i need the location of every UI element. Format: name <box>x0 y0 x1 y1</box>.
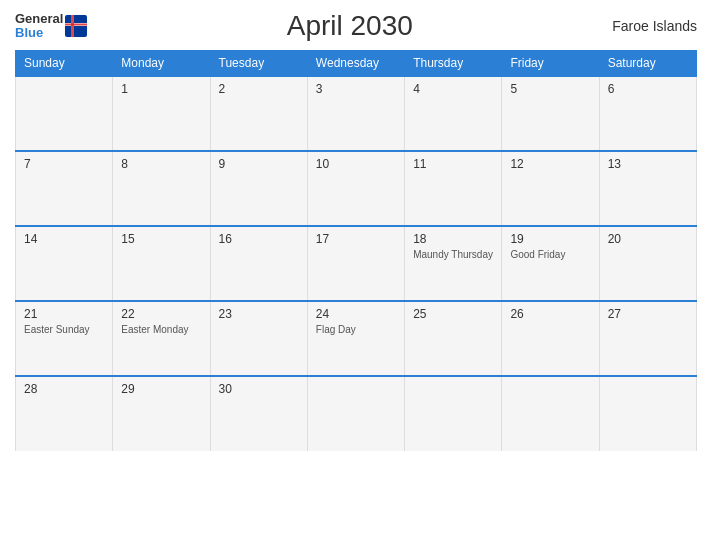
table-row: 5 <box>502 76 599 151</box>
table-row: 24Flag Day <box>307 301 404 376</box>
header-thursday: Thursday <box>405 51 502 77</box>
table-row: 23 <box>210 301 307 376</box>
table-row <box>405 376 502 451</box>
table-row <box>16 76 113 151</box>
logo-blue-text: Blue <box>15 26 63 40</box>
day-number: 25 <box>413 307 493 321</box>
table-row: 16 <box>210 226 307 301</box>
region-label: Faroe Islands <box>612 18 697 34</box>
day-number: 8 <box>121 157 201 171</box>
table-row: 3 <box>307 76 404 151</box>
day-number: 18 <box>413 232 493 246</box>
day-number: 29 <box>121 382 201 396</box>
header-monday: Monday <box>113 51 210 77</box>
header-friday: Friday <box>502 51 599 77</box>
table-row: 12 <box>502 151 599 226</box>
day-number: 12 <box>510 157 590 171</box>
table-row: 22Easter Monday <box>113 301 210 376</box>
holiday-name: Easter Monday <box>121 323 201 336</box>
day-number: 19 <box>510 232 590 246</box>
holiday-name: Flag Day <box>316 323 396 336</box>
table-row: 21Easter Sunday <box>16 301 113 376</box>
day-number: 9 <box>219 157 299 171</box>
table-row: 18Maundy Thursday <box>405 226 502 301</box>
day-number: 27 <box>608 307 688 321</box>
table-row: 25 <box>405 301 502 376</box>
holiday-name: Maundy Thursday <box>413 248 493 261</box>
table-row: 14 <box>16 226 113 301</box>
day-number: 28 <box>24 382 104 396</box>
header-wednesday: Wednesday <box>307 51 404 77</box>
day-number: 21 <box>24 307 104 321</box>
day-number: 15 <box>121 232 201 246</box>
calendar-week-row: 123456 <box>16 76 697 151</box>
table-row: 29 <box>113 376 210 451</box>
day-number: 16 <box>219 232 299 246</box>
svg-rect-3 <box>71 15 74 37</box>
day-number: 2 <box>219 82 299 96</box>
table-row: 4 <box>405 76 502 151</box>
table-row: 7 <box>16 151 113 226</box>
day-number: 3 <box>316 82 396 96</box>
day-number: 24 <box>316 307 396 321</box>
table-row: 20 <box>599 226 696 301</box>
calendar-week-row: 282930 <box>16 376 697 451</box>
day-number: 14 <box>24 232 104 246</box>
day-number: 30 <box>219 382 299 396</box>
holiday-name: Easter Sunday <box>24 323 104 336</box>
svg-rect-4 <box>65 24 87 26</box>
table-row: 19Good Friday <box>502 226 599 301</box>
calendar-header: General Blue April 2030 Faroe Islands <box>15 10 697 42</box>
day-number: 20 <box>608 232 688 246</box>
header-saturday: Saturday <box>599 51 696 77</box>
table-row: 13 <box>599 151 696 226</box>
table-row: 15 <box>113 226 210 301</box>
table-row: 17 <box>307 226 404 301</box>
day-number: 4 <box>413 82 493 96</box>
table-row: 9 <box>210 151 307 226</box>
table-row <box>502 376 599 451</box>
day-number: 26 <box>510 307 590 321</box>
table-row: 6 <box>599 76 696 151</box>
table-row: 10 <box>307 151 404 226</box>
table-row: 28 <box>16 376 113 451</box>
day-number: 13 <box>608 157 688 171</box>
logo: General Blue <box>15 12 87 41</box>
day-number: 6 <box>608 82 688 96</box>
logo-flag-icon <box>65 15 87 37</box>
table-row: 27 <box>599 301 696 376</box>
header-sunday: Sunday <box>16 51 113 77</box>
table-row <box>307 376 404 451</box>
logo-general-text: General <box>15 12 63 26</box>
calendar-week-row: 1415161718Maundy Thursday19Good Friday20 <box>16 226 697 301</box>
calendar-header-row: Sunday Monday Tuesday Wednesday Thursday… <box>16 51 697 77</box>
day-number: 10 <box>316 157 396 171</box>
day-number: 7 <box>24 157 104 171</box>
calendar-table: Sunday Monday Tuesday Wednesday Thursday… <box>15 50 697 451</box>
table-row: 8 <box>113 151 210 226</box>
day-number: 5 <box>510 82 590 96</box>
calendar-title: April 2030 <box>87 10 612 42</box>
table-row: 1 <box>113 76 210 151</box>
table-row: 11 <box>405 151 502 226</box>
table-row: 30 <box>210 376 307 451</box>
day-number: 11 <box>413 157 493 171</box>
calendar-week-row: 78910111213 <box>16 151 697 226</box>
calendar-week-row: 21Easter Sunday22Easter Monday2324Flag D… <box>16 301 697 376</box>
header-tuesday: Tuesday <box>210 51 307 77</box>
table-row <box>599 376 696 451</box>
day-number: 22 <box>121 307 201 321</box>
table-row: 26 <box>502 301 599 376</box>
holiday-name: Good Friday <box>510 248 590 261</box>
table-row: 2 <box>210 76 307 151</box>
day-number: 1 <box>121 82 201 96</box>
day-number: 17 <box>316 232 396 246</box>
day-number: 23 <box>219 307 299 321</box>
